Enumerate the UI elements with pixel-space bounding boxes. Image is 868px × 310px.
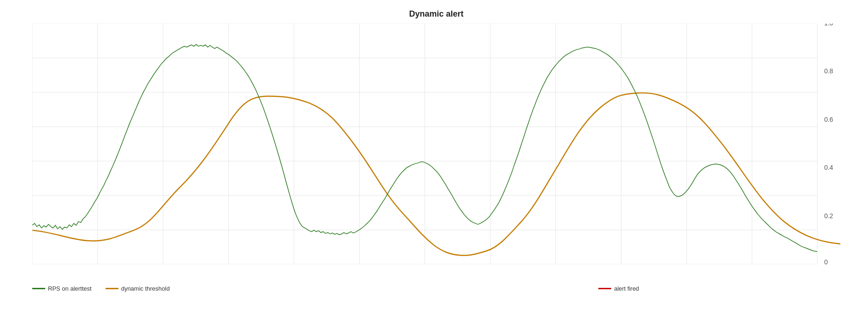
chart-area: 350 300 250 200 150 100 50 0 1.0 0.8 0.6… xyxy=(32,24,840,264)
legend-threshold-label: dynamic threshold xyxy=(121,285,170,292)
legend-rps-label: RPS on alerttest xyxy=(48,285,92,292)
legend-alert-icon xyxy=(598,288,611,289)
chart-container: Dynamic alert xyxy=(0,0,868,310)
svg-text:0.2: 0.2 xyxy=(824,212,833,220)
legend-item-threshold: dynamic threshold xyxy=(106,285,170,292)
legend-item-alert: alert fired xyxy=(598,285,639,292)
chart-svg: 350 300 250 200 150 100 50 0 1.0 0.8 0.6… xyxy=(32,24,840,264)
svg-text:0.8: 0.8 xyxy=(824,67,833,75)
chart-title: Dynamic alert xyxy=(32,9,840,19)
legend-alert-label: alert fired xyxy=(614,285,639,292)
svg-text:0.4: 0.4 xyxy=(824,164,833,171)
svg-text:1.0: 1.0 xyxy=(824,24,833,27)
svg-text:0.6: 0.6 xyxy=(824,116,833,123)
legend-rps-icon xyxy=(32,288,45,289)
svg-text:0: 0 xyxy=(824,258,828,264)
chart-legend: RPS on alerttest dynamic threshold alert… xyxy=(32,285,639,292)
legend-threshold-icon xyxy=(106,288,118,289)
dynamic-threshold-line xyxy=(32,93,840,255)
legend-item-rps: RPS on alerttest xyxy=(32,285,92,292)
